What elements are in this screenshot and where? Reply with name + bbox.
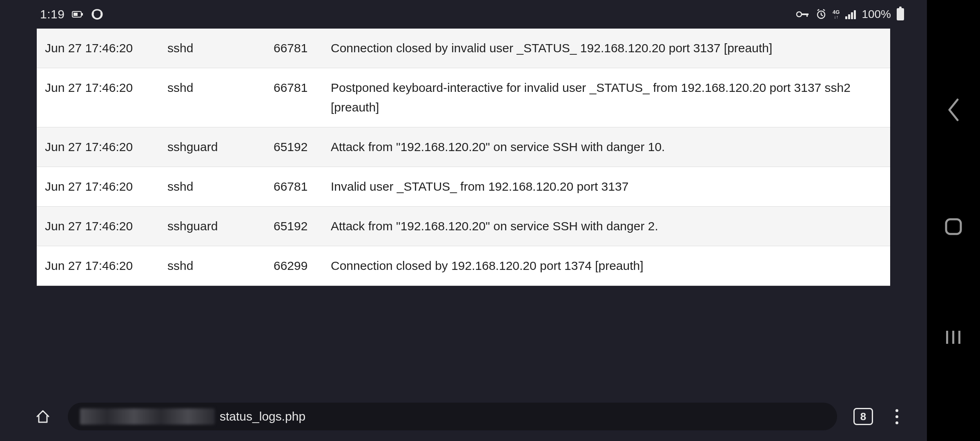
page-content[interactable]: Jun 27 17:46:20sshd66781Connection close… [0,29,927,392]
log-time: Jun 27 17:46:20 [37,207,159,246]
battery-icon [897,8,904,20]
android-status-bar: 1:19 4G ↓↑ 100% [0,0,927,29]
log-message: Connection closed by invalid user _STATU… [323,29,890,68]
log-pid: 65192 [265,207,323,246]
log-pid: 66781 [265,167,323,207]
alarm-icon [815,9,827,20]
log-process: sshd [159,68,265,127]
browser-bottom-bar: status_logs.php 8 [0,392,927,441]
log-pid: 66299 [265,246,323,286]
log-message: Attack from "192.168.120.20" on service … [323,127,890,167]
svg-rect-2 [74,13,78,16]
log-message: Connection closed by 192.168.120.20 port… [323,246,890,286]
log-message: Invalid user _STATUS_ from 192.168.120.2… [323,167,890,207]
svg-rect-8 [946,219,961,234]
table-row[interactable]: Jun 27 17:46:20sshguard65192Attack from … [37,207,890,246]
battery-saver-icon [72,10,84,18]
network-type-icon: 4G ↓↑ [833,9,840,19]
svg-rect-9 [946,331,948,344]
status-clock: 1:19 [40,7,65,21]
menu-button[interactable] [889,409,904,424]
log-time: Jun 27 17:46:20 [37,167,159,207]
back-button[interactable] [944,96,962,124]
log-table: Jun 27 17:46:20sshd66781Connection close… [37,29,890,286]
svg-point-3 [96,13,99,16]
sync-icon [91,9,103,20]
svg-rect-1 [82,13,83,16]
url-bar[interactable]: status_logs.php [68,403,837,430]
table-row[interactable]: Jun 27 17:46:20sshd66781Invalid user _ST… [37,167,890,207]
home-nav-button[interactable] [944,217,963,236]
battery-percentage: 100% [862,8,891,21]
log-process: sshguard [159,207,265,246]
tabs-button[interactable]: 8 [853,408,873,425]
log-pid: 65192 [265,127,323,167]
tab-count: 8 [860,410,866,423]
log-time: Jun 27 17:46:20 [37,68,159,127]
log-process: sshd [159,29,265,68]
log-time: Jun 27 17:46:20 [37,246,159,286]
log-message: Postponed keyboard-interactive for inval… [323,68,890,127]
log-process: sshd [159,246,265,286]
log-pid: 66781 [265,29,323,68]
log-process: sshd [159,167,265,207]
svg-rect-10 [952,331,954,344]
table-row[interactable]: Jun 27 17:46:20sshd66781Connection close… [37,29,890,68]
table-row[interactable]: Jun 27 17:46:20sshd66299Connection close… [37,246,890,286]
log-process: sshguard [159,127,265,167]
signal-icon [845,9,856,19]
log-time: Jun 27 17:46:20 [37,127,159,167]
url-redacted [80,408,215,425]
recents-button[interactable] [944,329,963,345]
svg-point-4 [797,12,802,17]
svg-rect-6 [806,13,808,17]
log-time: Jun 27 17:46:20 [37,29,159,68]
vpn-key-icon [796,10,810,18]
svg-rect-11 [958,331,960,344]
table-row[interactable]: Jun 27 17:46:20sshguard65192Attack from … [37,127,890,167]
android-nav-bar [927,0,980,441]
home-button[interactable] [34,408,51,425]
url-visible-text: status_logs.php [220,410,305,423]
table-row[interactable]: Jun 27 17:46:20sshd66781Postponed keyboa… [37,68,890,127]
log-message: Attack from "192.168.120.20" on service … [323,207,890,246]
log-pid: 66781 [265,68,323,127]
